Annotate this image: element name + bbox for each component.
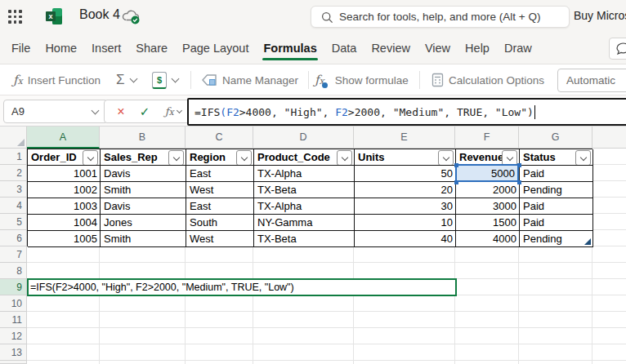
calc-mode-dropdown[interactable]: Automatic <box>557 69 626 92</box>
cell-F4[interactable]: 3000 <box>456 198 520 215</box>
row-header-13[interactable]: 13 <box>0 344 27 361</box>
cell-D5[interactable]: NY-Gamma <box>254 215 355 231</box>
excel-logo-icon[interactable]: x <box>46 8 63 24</box>
column-header-E[interactable]: E <box>354 127 455 149</box>
filter-button-A[interactable] <box>83 150 98 166</box>
cell-D6[interactable]: TX-Beta <box>254 231 355 247</box>
row-header-5[interactable]: 5 <box>0 214 27 230</box>
cell-B4[interactable]: Davis <box>101 198 186 215</box>
calculation-options-button[interactable]: Calculation Options <box>431 64 544 95</box>
filter-button-B[interactable] <box>168 150 184 166</box>
name-manager-button[interactable]: Name Manager <box>201 64 298 95</box>
column-header-D[interactable]: D <box>253 127 354 149</box>
name-box[interactable]: A9 <box>3 100 108 123</box>
filter-button-D[interactable] <box>337 150 352 166</box>
cell-E2[interactable]: 50 <box>355 166 456 182</box>
column-header-C[interactable]: C <box>186 127 253 149</box>
financial-functions-button[interactable]: $ <box>152 64 178 95</box>
cell-G5[interactable]: Paid <box>520 215 593 231</box>
filter-button-E[interactable] <box>438 150 454 166</box>
tab-review[interactable]: Review <box>364 33 418 64</box>
cell-A6[interactable]: 1005 <box>28 231 101 247</box>
select-all-corner[interactable] <box>0 127 27 149</box>
autosum-button[interactable]: Σ <box>116 64 136 95</box>
cell-F3[interactable]: 2000 <box>456 182 520 198</box>
cell-B5[interactable]: Jones <box>101 215 186 231</box>
cell-B2[interactable]: Davis <box>101 166 186 182</box>
row-header-3[interactable]: 3 <box>0 181 27 198</box>
tab-share[interactable]: Share <box>128 33 175 64</box>
cell-E6[interactable]: 40 <box>355 231 456 247</box>
filter-button-C[interactable] <box>236 150 252 166</box>
tab-insert[interactable]: Insert <box>84 33 128 64</box>
search-input[interactable]: Search for tools, help, and more (Alt + … <box>311 6 570 28</box>
cell-C6[interactable]: West <box>186 231 254 247</box>
header-cell-sales-rep[interactable]: Sales_Rep <box>101 149 186 166</box>
show-formulae-button[interactable]: ƒx Show formulae <box>315 64 409 95</box>
cell-D4[interactable]: TX-Alpha <box>254 198 355 215</box>
row-header-11[interactable]: 11 <box>0 312 27 328</box>
cell-E4[interactable]: 30 <box>355 198 456 215</box>
buy-microsoft-button[interactable]: Buy Microso <box>574 9 626 22</box>
cell-F5[interactable]: 1500 <box>456 215 520 231</box>
cell-A2[interactable]: 1001 <box>28 166 101 182</box>
app-launcher-icon[interactable] <box>8 10 22 24</box>
tab-file[interactable]: File <box>4 33 38 64</box>
tab-formulas[interactable]: Formulas <box>256 33 324 64</box>
cell-E3[interactable]: 20 <box>355 182 456 198</box>
column-header-B[interactable]: B <box>100 127 186 149</box>
header-cell-region[interactable]: Region <box>186 149 254 166</box>
cell-D3[interactable]: TX-Beta <box>254 182 355 198</box>
row-header-1[interactable]: 1 <box>0 149 27 165</box>
table-resize-handle[interactable] <box>584 238 591 245</box>
cell-C2[interactable]: East <box>186 166 254 182</box>
cell-A4[interactable]: 1003 <box>28 198 101 215</box>
header-cell-revenue[interactable]: Revenue <box>456 149 520 166</box>
filter-button-G[interactable] <box>575 150 591 166</box>
workbook-title[interactable]: Book 4 <box>79 7 120 22</box>
cell-C4[interactable]: East <box>186 198 254 215</box>
column-header-A[interactable]: A <box>27 127 100 149</box>
row-header-2[interactable]: 2 <box>0 165 27 181</box>
tab-home[interactable]: Home <box>38 33 84 64</box>
cell-G3[interactable]: Pending <box>520 182 593 198</box>
tab-view[interactable]: View <box>418 33 458 64</box>
cell-edit-overlay-A9[interactable]: =IFS(F2>4000, "High", F2>2000, "Medium",… <box>27 278 457 296</box>
comments-button[interactable] <box>609 38 626 60</box>
row-header-12[interactable]: 12 <box>0 328 27 344</box>
insert-function-fx-button[interactable]: ƒx <box>165 105 181 118</box>
tab-draw[interactable]: Draw <box>497 33 539 64</box>
cell-C5[interactable]: South <box>186 215 254 231</box>
cell-C3[interactable]: West <box>186 182 254 198</box>
tab-page-layout[interactable]: Page Layout <box>175 33 256 64</box>
header-cell-order-id[interactable]: Order_ID <box>28 149 101 166</box>
row-header-8[interactable]: 8 <box>0 263 27 279</box>
cell-G4[interactable]: Paid <box>520 198 593 215</box>
insert-function-button[interactable]: ƒx Insert Function <box>13 64 101 95</box>
header-cell-units[interactable]: Units <box>355 149 456 166</box>
cell-E5[interactable]: 10 <box>355 215 456 231</box>
cell-G2[interactable]: Paid <box>520 166 593 182</box>
cell-B3[interactable]: Smith <box>101 182 186 198</box>
cloud-saved-icon[interactable] <box>121 8 141 24</box>
cell-A3[interactable]: 1002 <box>28 182 101 198</box>
row-header-7[interactable]: 7 <box>0 246 27 263</box>
header-cell-product-code[interactable]: Product_Code <box>254 149 355 166</box>
column-header-G[interactable]: G <box>519 127 592 149</box>
row-header-partial[interactable] <box>0 361 27 364</box>
column-header-blank[interactable] <box>592 127 626 149</box>
cell-A5[interactable]: 1004 <box>28 215 101 231</box>
formula-input[interactable]: =IFS(F2>4000, "High", F2>2000, "Medium",… <box>187 98 626 126</box>
cell-D2[interactable]: TX-Alpha <box>254 166 355 182</box>
row-header-10[interactable]: 10 <box>0 295 27 312</box>
row-header-6[interactable]: 6 <box>0 230 27 246</box>
row-header-9[interactable]: 9 <box>0 279 27 295</box>
cell-F6[interactable]: 4000 <box>456 231 520 247</box>
tab-data[interactable]: Data <box>324 33 364 64</box>
column-header-F[interactable]: F <box>455 127 519 149</box>
header-cell-status[interactable]: Status <box>520 149 593 166</box>
confirm-entry-button[interactable]: ✓ <box>140 105 150 118</box>
tab-help[interactable]: Help <box>458 33 497 64</box>
cell-B6[interactable]: Smith <box>101 231 186 247</box>
row-header-4[interactable]: 4 <box>0 198 27 214</box>
